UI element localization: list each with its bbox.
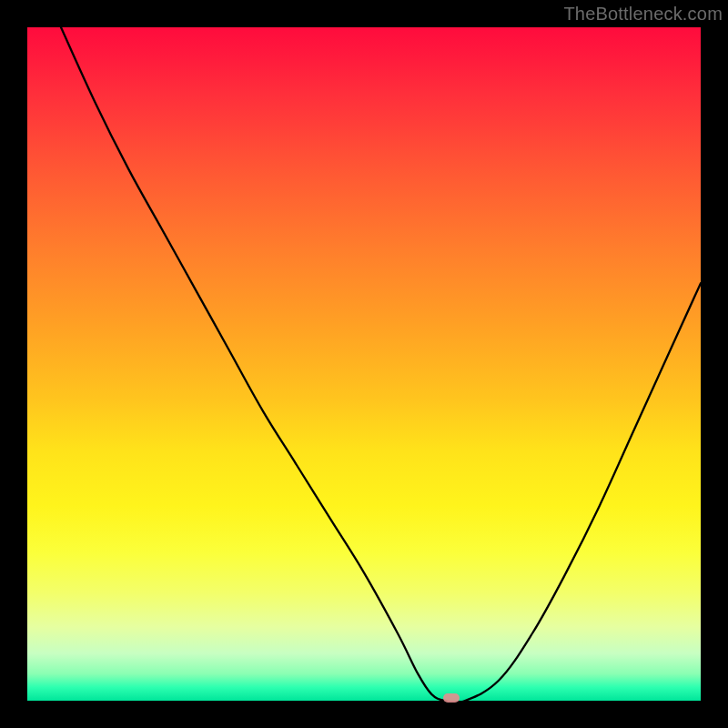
curve-path — [61, 27, 701, 701]
optimal-marker — [443, 693, 460, 703]
chart-frame: TheBottleneck.com — [0, 0, 728, 728]
plot-area — [27, 27, 701, 701]
watermark-text: TheBottleneck.com — [563, 4, 723, 25]
bottleneck-curve — [27, 27, 701, 701]
